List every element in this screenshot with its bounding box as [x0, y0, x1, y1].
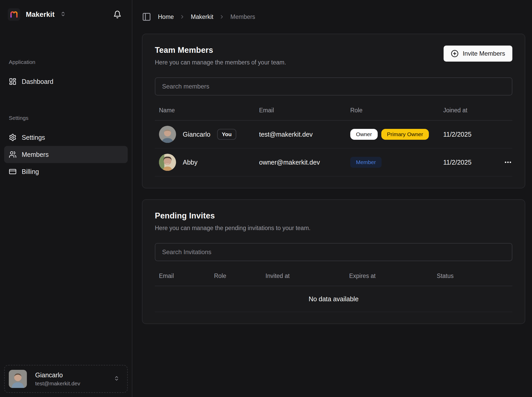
workspace-selector[interactable]: Makerkit [8, 8, 66, 21]
nav-section-label: Application [4, 59, 128, 65]
empty-state-row: No data available [155, 286, 512, 312]
row-actions-button[interactable] [502, 157, 514, 168]
sidebar-item-label: Billing [22, 168, 39, 175]
sidebar-toggle-button[interactable] [142, 12, 151, 21]
workspace-name: Makerkit [26, 11, 55, 19]
bell-icon [113, 10, 121, 19]
chevrons-up-down-icon [60, 11, 66, 18]
chevrons-up-down-icon [114, 376, 119, 382]
members-table-header-row: Name Email Role Joined at [155, 101, 512, 120]
sidebar-item-label: Settings [22, 134, 45, 141]
nav-section-application: Application Dashboard [4, 59, 128, 90]
sidebar-footer: Giancarlo test@makerkit.dev [0, 361, 132, 397]
nav-section-label: Settings [4, 115, 128, 121]
member-name-cell: Abby [159, 154, 251, 171]
member-joined-at: 11/2/2025 [439, 120, 498, 148]
users-icon [9, 151, 17, 158]
pending-invites-card: Pending Invites Here you can manage the … [142, 199, 525, 324]
sidebar-header: Makerkit [0, 0, 132, 27]
pending-invites-title: Pending Invites [155, 211, 310, 220]
account-menu-trigger[interactable]: Giancarlo test@makerkit.dev [4, 365, 128, 393]
sidebar-item-label: Dashboard [22, 78, 53, 85]
sidebar: Makerkit Application [0, 0, 132, 397]
team-members-subtitle: Here you can manage the members of your … [155, 59, 286, 66]
column-header-role: Role [210, 266, 261, 286]
notifications-button[interactable] [113, 10, 121, 19]
breadcrumb-makerkit[interactable]: Makerkit [191, 13, 213, 20]
no-data-message: No data available [155, 286, 512, 312]
column-header-name: Name [155, 101, 255, 120]
member-email: test@makerkit.dev [255, 120, 346, 148]
account-info: Giancarlo test@makerkit.dev [35, 371, 105, 387]
column-header-joined: Joined at [439, 101, 498, 120]
sidebar-item-billing[interactable]: Billing [4, 163, 128, 180]
makerkit-logo [8, 8, 20, 21]
member-email: owner@makerkit.dev [255, 148, 346, 176]
breadcrumb-home[interactable]: Home [158, 13, 174, 20]
breadcrumb: Home Makerkit Members [158, 13, 255, 20]
team-members-header: Team Members Here you can manage the mem… [155, 46, 512, 66]
members-table: Name Email Role Joined at [155, 101, 512, 177]
chevron-right-icon [219, 14, 225, 20]
topbar: Home Makerkit Members [142, 0, 525, 34]
main-content: Home Makerkit Members Team Members Here … [132, 0, 532, 397]
team-members-card: Team Members Here you can manage the mem… [142, 34, 525, 188]
pending-invites-header: Pending Invites Here you can manage the … [155, 211, 512, 232]
dashboard-icon [9, 78, 17, 85]
invite-members-button[interactable]: Invite Members [444, 46, 512, 62]
member-roles: Member [350, 157, 435, 168]
column-header-role: Role [346, 101, 439, 120]
sidebar-nav: Application Dashboard Settings [0, 59, 132, 361]
search-members-input[interactable] [155, 77, 512, 95]
breadcrumb-members: Members [230, 13, 255, 20]
role-badge-member: Member [350, 157, 382, 168]
sidebar-item-label: Members [22, 151, 49, 158]
account-email: test@makerkit.dev [35, 380, 105, 387]
user-avatar [9, 370, 27, 388]
invites-table-header-row: Email Role Invited at Expires at Status [155, 266, 512, 286]
app-root: Makerkit Application [0, 0, 532, 397]
credit-card-icon [9, 168, 17, 175]
invites-table: Email Role Invited at Expires at Status … [155, 266, 512, 312]
column-header-email: Email [155, 266, 210, 286]
avatar [159, 126, 176, 143]
member-joined-at: 11/2/2025 [439, 148, 498, 176]
sidebar-item-members[interactable]: Members [4, 146, 128, 163]
panel-left-icon [142, 12, 151, 21]
column-header-email: Email [255, 101, 346, 120]
column-header-invited: Invited at [261, 266, 345, 286]
table-row: Abby owner@makerkit.dev Member 11/2/2025 [155, 148, 512, 176]
sidebar-item-settings[interactable]: Settings [4, 129, 128, 146]
sidebar-item-dashboard[interactable]: Dashboard [4, 73, 128, 90]
pending-invites-subtitle: Here you can manage the pending invitati… [155, 225, 310, 232]
avatar [159, 154, 176, 171]
member-roles: Owner Primary Owner [350, 129, 435, 140]
role-badge-primary-owner: Primary Owner [381, 129, 429, 140]
role-badge-owner: Owner [350, 129, 378, 140]
column-header-expires: Expires at [345, 266, 433, 286]
table-row: Giancarlo You test@makerkit.dev Owner Pr… [155, 120, 512, 148]
ellipsis-icon [504, 158, 512, 166]
invite-members-label: Invite Members [463, 50, 505, 57]
column-header-status: Status [433, 266, 512, 286]
search-invitations-input[interactable] [155, 243, 512, 261]
nav-section-settings: Settings Settings [4, 115, 128, 180]
member-name-cell: Giancarlo You [159, 126, 251, 143]
account-name: Giancarlo [35, 371, 105, 379]
column-header-actions [498, 101, 512, 120]
circle-plus-icon [451, 50, 459, 57]
member-name: Giancarlo [183, 131, 210, 138]
member-name: Abby [183, 159, 197, 166]
gear-icon [9, 134, 17, 141]
chevron-right-icon [179, 14, 185, 20]
team-members-title: Team Members [155, 46, 286, 55]
you-badge: You [217, 129, 236, 140]
